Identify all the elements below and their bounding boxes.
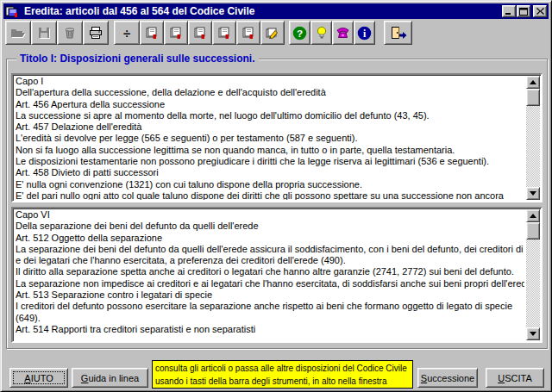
tips-button[interactable] <box>310 21 332 45</box>
app-window: Eredita: articoli dal 456 al 564 del Cod… <box>0 0 552 392</box>
lightbulb-icon <box>315 26 329 40</box>
close-icon <box>536 8 544 15</box>
book-bookmark-icon <box>193 26 207 40</box>
arrow-up-icon <box>530 80 536 84</box>
article-line: Della separazione dei beni del defunto d… <box>16 221 524 232</box>
minimize-icon <box>505 8 513 16</box>
article-line: Art. 513 Separazione contro i legatari d… <box>16 289 524 301</box>
exit-button[interactable] <box>384 21 412 45</box>
trash-icon <box>63 26 77 40</box>
article-line: I creditori del defunto possono esercita… <box>16 301 524 312</box>
hint-box: consulta gli articoli o passa alle altre… <box>152 360 413 389</box>
minimize-button[interactable] <box>502 5 516 17</box>
article-text-top: Capo IDell'apertura della successione, d… <box>16 76 524 200</box>
scroll-up-button[interactable] <box>526 76 540 89</box>
aiuto-button[interactable]: AIUTO <box>9 368 68 388</box>
book-bookmark-icon <box>169 26 183 40</box>
floppy-disk-icon <box>37 26 51 40</box>
article-section-button-5[interactable] <box>236 21 260 45</box>
toolbar: ÷ <box>5 21 412 47</box>
print-button[interactable] <box>83 21 109 45</box>
article-line: Dell'apertura della successione, della d… <box>16 87 524 98</box>
scrollbar-thumb[interactable] <box>526 89 540 106</box>
article-line: Capo VI <box>16 209 524 221</box>
article-line: (649). <box>16 313 524 324</box>
article-section-button-2[interactable] <box>164 21 188 45</box>
maximize-button[interactable] <box>517 5 530 17</box>
article-line: Art. 458 Divieto di patti successori <box>16 167 524 178</box>
info-button[interactable]: i <box>354 21 375 45</box>
divide-icon: ÷ <box>123 27 130 40</box>
title-bar[interactable]: Eredita: articoli dal 456 al 564 del Cod… <box>3 3 549 19</box>
article-text-bottom: Capo VIDella separazione dei beni del de… <box>16 209 524 340</box>
book-bookmark-icon <box>242 26 255 40</box>
text-panel-top[interactable]: Capo IDell'apertura della successione, d… <box>11 73 543 202</box>
window-title: Eredita: articoli dal 456 al 564 del Cod… <box>24 5 501 17</box>
article-line: Le disposizioni testamentarie non posson… <box>16 156 524 167</box>
info-circle-icon: i <box>357 26 372 40</box>
guida-in-linea-button[interactable]: Guida in linea <box>72 368 148 388</box>
article-section-button-1[interactable] <box>140 21 164 45</box>
divide-button[interactable]: ÷ <box>114 21 140 45</box>
help-button[interactable]: ? <box>289 21 310 45</box>
article-line: Art. 457 Delazione dell'eredità <box>16 121 524 133</box>
save-button[interactable] <box>31 21 57 45</box>
article-line: La separazione dei beni del defunto da q… <box>16 244 524 255</box>
arrow-down-icon <box>530 191 536 196</box>
exit-door-icon <box>390 26 407 40</box>
article-line: Il diritto alla separazione spetta anche… <box>16 266 524 277</box>
article-line: Art. 512 Oggetto della separazione <box>16 233 524 244</box>
scroll-down-button[interactable] <box>526 187 540 200</box>
annotate-button[interactable] <box>260 21 285 45</box>
maximize-icon <box>519 8 528 16</box>
svg-text:?: ? <box>297 27 303 38</box>
article-line: La successione si apre al momento della … <box>16 110 524 121</box>
book-pencil-icon <box>266 26 279 40</box>
scroll-up-button[interactable] <box>526 209 540 222</box>
phone-button[interactable] <box>332 21 354 45</box>
article-line: Art. 456 Apertura della successione <box>16 99 524 110</box>
book-app-icon <box>5 5 21 18</box>
printer-icon <box>89 26 103 40</box>
article-line: L'eredità si devolve per legge (565 e se… <box>16 133 524 144</box>
article-line: Non si fa luogo alla successione legitti… <box>16 145 524 156</box>
article-line: La separazione non impedisce ai creditor… <box>16 278 524 289</box>
scroll-down-button[interactable] <box>526 327 540 340</box>
telephone-icon <box>336 26 350 40</box>
article-line: Capo I <box>16 76 524 87</box>
article-section-button-4[interactable] <box>212 21 236 45</box>
article-line: E' nulla ogni convenzione (1321) con cui… <box>16 179 524 190</box>
delete-button[interactable] <box>57 21 83 45</box>
scrollbar-vertical-bottom[interactable] <box>526 209 540 340</box>
uscita-button[interactable]: USCITA <box>486 368 544 388</box>
arrow-up-icon <box>530 214 536 218</box>
article-section-button-3[interactable] <box>188 21 212 45</box>
hint-line-2: usando i tasti della barra degli strumen… <box>155 375 410 388</box>
book-bookmark-icon <box>145 26 159 40</box>
text-panel-bottom[interactable]: Capo VIDella separazione dei beni del de… <box>11 207 543 343</box>
arrow-down-icon <box>530 332 536 336</box>
hint-line-1: consulta gli articoli o passa alle altre… <box>155 362 410 375</box>
scrollbar-thumb[interactable] <box>526 222 540 240</box>
question-mark-icon: ? <box>292 26 307 40</box>
groupbox-title: Titolo I: Disposizioni generali sulle su… <box>16 53 259 65</box>
article-line: E' del pari nullo ogni atto col quale ta… <box>16 190 524 200</box>
article-line: e dei legatari che l'hanno esercitata, a… <box>16 255 524 266</box>
open-folder-icon <box>10 26 26 40</box>
close-button[interactable] <box>533 5 547 17</box>
scrollbar-vertical-top[interactable] <box>526 76 540 200</box>
open-button[interactable] <box>5 21 31 45</box>
book-bookmark-icon <box>217 26 231 40</box>
successione-button[interactable]: Successione <box>417 368 478 388</box>
article-line: Art. 514 Rapporti tra creditori separati… <box>16 324 524 335</box>
